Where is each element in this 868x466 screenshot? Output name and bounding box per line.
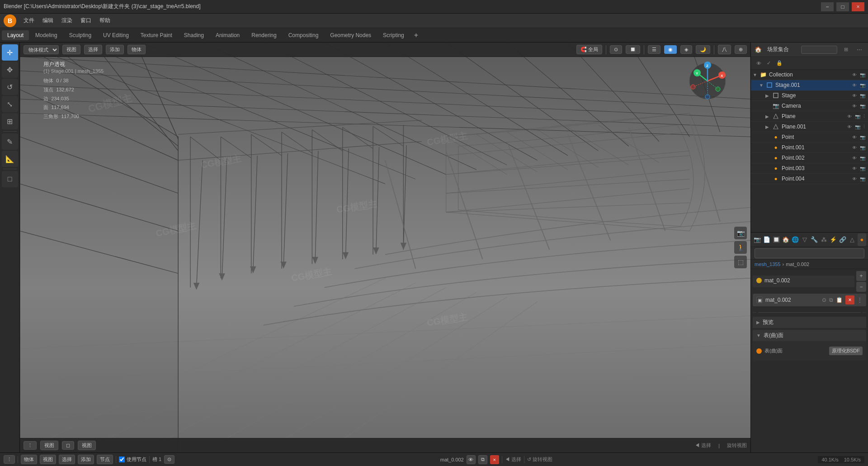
- render-region-button[interactable]: ⬚: [734, 256, 747, 268]
- viewport-3d[interactable]: 物体模式 视图 选择 添加 物体 🧲 全局 ⊙ 🔲 ☰ ◉ ◈ 🌙 八 ⊕ 用户…: [20, 43, 750, 452]
- point002-vis-btn[interactable]: 👁: [851, 154, 858, 162]
- snap-increment[interactable]: 🔲: [626, 45, 640, 54]
- prop-output-tab[interactable]: 📄: [762, 233, 771, 246]
- mat-vis-button[interactable]: 👁: [467, 455, 476, 464]
- view-menu-footer[interactable]: 视图: [40, 441, 58, 450]
- outliner-search-input[interactable]: [801, 46, 837, 54]
- select-menu-button[interactable]: 选择: [84, 45, 102, 54]
- mat-remove-slot-button[interactable]: −: [856, 282, 866, 292]
- collection-render-btn[interactable]: 📷: [859, 71, 866, 78]
- prop-render-tab[interactable]: 📷: [753, 233, 761, 246]
- tab-animation[interactable]: Animation: [210, 30, 245, 40]
- mat-unlink-button[interactable]: ×: [845, 295, 854, 304]
- prop-material-tab[interactable]: ●: [858, 233, 866, 246]
- add-button-bottom[interactable]: 添加: [78, 455, 94, 464]
- slot-select-button[interactable]: ⊙: [164, 455, 175, 464]
- point004-render-btn[interactable]: 📷: [859, 175, 866, 182]
- prop-object-tab[interactable]: ▽: [800, 233, 809, 246]
- mat-options-button[interactable]: ⋮: [857, 297, 863, 303]
- rotate-tool[interactable]: ↺: [2, 79, 18, 95]
- bsdf-type-label[interactable]: 原理化BSDF: [829, 347, 863, 355]
- mat-add-slot-button[interactable]: +: [856, 271, 866, 281]
- outliner-item-stage[interactable]: ▶ Stage 👁 📷: [751, 90, 868, 101]
- prop-modifier-tab[interactable]: 🔧: [810, 233, 818, 246]
- plane-vis-btn[interactable]: 👁: [846, 113, 853, 120]
- prop-data-tab[interactable]: △: [848, 233, 857, 246]
- mat-unlink-bottom-button[interactable]: ×: [490, 455, 499, 464]
- mat-copy-bottom-button[interactable]: ⧉: [478, 455, 487, 464]
- outliner-item-plane[interactable]: ▶ Plane 👁 📷 ⋮: [751, 111, 868, 122]
- editor-type-button[interactable]: ⋮: [24, 441, 37, 450]
- camera-vis-btn[interactable]: 👁: [851, 102, 858, 109]
- properties-search-input[interactable]: [755, 248, 864, 258]
- cursor-tool[interactable]: ✛: [2, 44, 18, 61]
- close-button[interactable]: ×: [852, 2, 864, 11]
- outliner-filter-button[interactable]: ⊞: [841, 45, 851, 55]
- point003-render-btn[interactable]: 📷: [859, 165, 866, 172]
- prop-world-tab[interactable]: 🌐: [791, 233, 799, 246]
- measure-tool[interactable]: 📐: [2, 151, 18, 167]
- outliner-item-camera[interactable]: ▶ 📷 Camera 👁 📷: [751, 101, 868, 111]
- minimize-button[interactable]: −: [821, 2, 834, 11]
- gizmo-button[interactable]: ⊕: [735, 45, 747, 54]
- rendered-shading[interactable]: 🌙: [696, 45, 710, 54]
- stage-vis-btn[interactable]: 👁: [851, 92, 858, 99]
- collection-vis-btn[interactable]: 👁: [851, 71, 858, 78]
- add-menu-button[interactable]: 添加: [106, 45, 124, 54]
- prop-scene-tab[interactable]: 🏠: [781, 233, 790, 246]
- outliner-options-button[interactable]: ⋯: [854, 45, 864, 55]
- object-data-footer[interactable]: ◻: [62, 441, 74, 450]
- tab-geometry-nodes[interactable]: Geometry Nodes: [325, 30, 377, 40]
- tab-layout[interactable]: Layout: [2, 30, 29, 40]
- tab-rendering[interactable]: Rendering: [246, 30, 282, 40]
- prop-particle-tab[interactable]: ⁂: [820, 233, 828, 246]
- overlay-button[interactable]: 八: [718, 45, 731, 54]
- scale-tool[interactable]: ⤡: [2, 96, 18, 112]
- material-shading[interactable]: ◈: [680, 45, 692, 54]
- mode-button-bottom[interactable]: 物体: [21, 455, 37, 464]
- mat-browse-button[interactable]: ⊙: [822, 297, 826, 303]
- outliner-item-plane001[interactable]: ▶ Plane.001 👁 📷 ⋮: [751, 122, 868, 132]
- object-menu-button[interactable]: 物体: [127, 45, 146, 54]
- snap-button[interactable]: 🧲 全局: [576, 45, 602, 54]
- outliner-select-btn[interactable]: ✓: [765, 59, 773, 67]
- use-node-label[interactable]: 使用节点: [119, 456, 146, 463]
- tab-modeling[interactable]: Modeling: [30, 30, 63, 40]
- prop-physics-tab[interactable]: ⚡: [829, 233, 838, 246]
- point002-render-btn[interactable]: 📷: [859, 154, 866, 162]
- prop-view-layer-tab[interactable]: 🔲: [772, 233, 780, 246]
- view2-footer[interactable]: 视图: [78, 441, 96, 450]
- preview-section-header[interactable]: ▶ 预览: [753, 317, 866, 328]
- outliner-item-point003[interactable]: ▶ ● Point.003 👁 📷: [751, 163, 868, 174]
- outliner-item-point002[interactable]: ▶ ● Point.002 👁 📷: [751, 153, 868, 163]
- add-cube-tool[interactable]: □: [2, 171, 18, 187]
- transform-tool[interactable]: ⊞: [2, 113, 18, 129]
- tab-scripting[interactable]: Scripting: [377, 30, 410, 40]
- tab-compositing[interactable]: Compositing: [283, 30, 324, 40]
- point001-render-btn[interactable]: 📷: [859, 144, 866, 151]
- stage001-render-btn[interactable]: 📷: [859, 81, 866, 89]
- camera-view-button[interactable]: 📷: [734, 227, 747, 239]
- maximize-button[interactable]: □: [836, 2, 849, 11]
- point-render-btn[interactable]: 📷: [859, 133, 866, 141]
- menu-edit[interactable]: 编辑: [39, 15, 57, 26]
- plane-render-btn[interactable]: 📷: [854, 113, 861, 120]
- plane001-render-btn[interactable]: 📷: [854, 123, 861, 130]
- node-button-bottom[interactable]: 节点: [97, 455, 113, 464]
- use-node-checkbox[interactable]: [119, 456, 125, 462]
- outliner-view-btn[interactable]: 👁: [755, 60, 763, 67]
- add-workspace-button[interactable]: +: [410, 29, 422, 41]
- tab-sculpting[interactable]: Sculpting: [64, 30, 97, 40]
- tab-texture-paint[interactable]: Texture Paint: [135, 30, 178, 40]
- plane001-vis-btn[interactable]: 👁: [846, 123, 853, 130]
- tab-shading[interactable]: Shading: [179, 30, 209, 40]
- object-mode-select[interactable]: 物体模式: [24, 45, 59, 54]
- point-vis-btn[interactable]: 👁: [851, 133, 858, 141]
- camera-render-btn[interactable]: 📷: [859, 102, 866, 109]
- mat-paste-button[interactable]: 📋: [836, 297, 843, 303]
- view-menu-button[interactable]: 视图: [62, 45, 80, 54]
- menu-file[interactable]: 文件: [20, 15, 38, 26]
- editor-type-bottom[interactable]: ⋮: [4, 455, 15, 464]
- mat-slot-row[interactable]: mat_0.002: [753, 276, 854, 285]
- menu-help[interactable]: 帮助: [96, 15, 114, 26]
